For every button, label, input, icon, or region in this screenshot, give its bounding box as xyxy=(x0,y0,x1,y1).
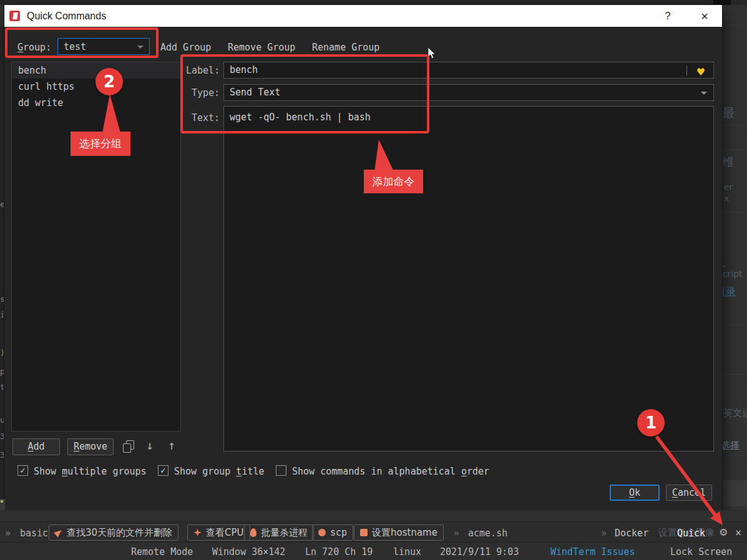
chevron-down-icon xyxy=(701,92,707,95)
status-bar: Remote Mode Window 36×142 Ln 720 Ch 19 l… xyxy=(0,543,747,560)
bg-fragment: 3 xyxy=(0,450,4,460)
chevrons-icon[interactable]: » xyxy=(5,528,11,539)
gear-icon[interactable]: ⚙ xyxy=(719,526,728,538)
bg-fragment: p xyxy=(0,367,4,376)
checkbox-label[interactable]: Show commands in alphabetical order xyxy=(292,466,489,477)
group-dropdown-value: test xyxy=(64,41,86,52)
fan-icon xyxy=(193,529,202,537)
background-left-strip: e s i ) p t u 3 3 xyxy=(0,27,4,510)
windterm-app-icon xyxy=(9,11,20,21)
quick-command-button[interactable]: 查看CPU xyxy=(187,524,250,541)
screenshot-root: 最 维 er x L Script 目录 英文运 选择 e s i ) p t … xyxy=(0,0,747,560)
tab-docker[interactable]: Docker xyxy=(615,528,648,539)
help-button[interactable]: ? xyxy=(660,8,676,24)
list-item-curl-https[interactable]: curl https xyxy=(12,79,180,95)
add-button[interactable]: Add xyxy=(12,438,60,455)
session-tab-bar: » basic 查找30天前的文件并删除 查看CPU 批量杀进程 scp 设置h… xyxy=(0,521,747,543)
checkbox-label[interactable]: Show group title xyxy=(174,466,265,477)
background-right-column: 最 维 er x L Script 目录 英文运 选择 xyxy=(722,5,747,560)
checkbox-alphabetical-order[interactable] xyxy=(276,465,286,476)
group-dropdown[interactable]: test xyxy=(57,38,150,55)
background-top-black-block xyxy=(713,0,731,5)
windterm-issues-link[interactable]: WindTerm Issues xyxy=(550,546,635,558)
type-dropdown[interactable]: Send Text xyxy=(223,84,714,101)
bg-fragment: s xyxy=(0,294,4,304)
type-caption: Type: xyxy=(192,87,220,99)
label-caption: Label: xyxy=(186,65,220,76)
status-lock-screen[interactable]: Lock Screen xyxy=(670,546,732,558)
chevron-down-icon xyxy=(137,46,144,49)
type-dropdown-value: Send Text xyxy=(230,87,280,98)
status-datetime[interactable]: 2021/9/11 9:03 xyxy=(440,546,519,558)
close-button[interactable]: × xyxy=(696,7,713,25)
menu-add-group[interactable]: Add Group xyxy=(160,42,211,53)
quick-commands-dialog: Quick Commands ? × Group: test Add Group… xyxy=(4,5,722,510)
menu-remove-group[interactable]: Remove Group xyxy=(228,42,295,53)
bg-fragment: 选择 xyxy=(722,440,740,451)
status-os[interactable]: linux xyxy=(393,546,421,558)
command-list[interactable]: bench curl https dd write xyxy=(11,62,181,432)
bg-fragment: er xyxy=(724,182,733,192)
status-window-size[interactable]: Window 36×142 xyxy=(212,546,285,558)
bg-fragment: 维 xyxy=(723,155,734,170)
bg-fragment: 最 xyxy=(723,105,735,122)
quick-command-button[interactable]: 设置hostname xyxy=(354,524,444,541)
chevrons-icon[interactable]: » xyxy=(454,528,459,539)
text-field-value: wget -qO- bench.sh | bash xyxy=(230,112,371,123)
tabbar-close-icon[interactable]: × xyxy=(735,526,741,539)
bg-fragment: 目录 xyxy=(722,286,736,299)
chevrons-icon[interactable]: » xyxy=(601,528,607,539)
quick-command-button[interactable]: scp xyxy=(312,524,353,541)
status-cursor-position[interactable]: Ln 720 Ch 19 xyxy=(305,546,373,558)
dialog-titlebar[interactable]: Quick Commands ? × xyxy=(4,5,722,27)
bg-fragment: Script xyxy=(722,269,743,279)
list-item-dd-write[interactable]: dd write xyxy=(12,95,180,111)
quick-command-button[interactable]: 批量杀进程 xyxy=(244,524,314,541)
background-corner-dot xyxy=(1,500,3,503)
dialog-title: Quick Commands xyxy=(27,11,106,22)
bg-fragment: ) xyxy=(0,348,4,357)
checkbox-show-group-title[interactable] xyxy=(158,465,168,476)
label-field-value: bench xyxy=(230,64,258,75)
dot-icon xyxy=(318,529,326,536)
background-top-strip xyxy=(0,0,747,5)
tab-basic[interactable]: basic xyxy=(20,528,48,539)
move-up-icon[interactable]: ↑ xyxy=(168,438,175,453)
bg-fragment: i xyxy=(0,310,4,319)
text-caption: Text: xyxy=(192,112,220,123)
list-item-bench[interactable]: bench xyxy=(12,62,180,79)
bg-fragment: 3 xyxy=(0,432,4,441)
quick-command-button[interactable]: 查找30天前的文件并删除 xyxy=(49,524,178,541)
favorite-heart-icon[interactable]: ♥ xyxy=(696,64,705,80)
bg-fragment: L xyxy=(722,259,726,269)
cancel-button[interactable]: Cancel xyxy=(666,485,712,501)
bg-fragment: u xyxy=(0,415,4,425)
group-label: Group: xyxy=(17,42,51,53)
square-icon xyxy=(360,529,368,536)
duplicate-icon[interactable] xyxy=(123,440,135,453)
bg-fragment: 英文运 xyxy=(723,407,747,419)
bg-fragment: t xyxy=(0,382,4,392)
label-field[interactable]: bench ♥ xyxy=(223,62,714,79)
ok-button[interactable]: Ok xyxy=(610,485,660,501)
rocket-icon xyxy=(250,528,256,537)
remove-button[interactable]: Remove xyxy=(67,438,114,455)
checkbox-show-multiple-groups[interactable] xyxy=(17,465,28,476)
menu-rename-group[interactable]: Rename Group xyxy=(312,42,379,53)
tab-quick-active[interactable]: Quick xyxy=(677,528,705,539)
bg-fragment: e xyxy=(0,200,4,209)
field-divider xyxy=(686,65,687,75)
tab-acme-sh[interactable]: acme.sh xyxy=(468,528,507,539)
move-down-icon[interactable]: ↓ xyxy=(146,438,154,453)
bg-fragment: x xyxy=(724,193,729,203)
status-remote-mode[interactable]: Remote Mode xyxy=(131,546,193,558)
text-field[interactable]: wget -qO- bench.sh | bash xyxy=(223,106,714,451)
send-icon xyxy=(54,528,64,537)
checkbox-label[interactable]: Show multiple groups xyxy=(34,466,147,477)
